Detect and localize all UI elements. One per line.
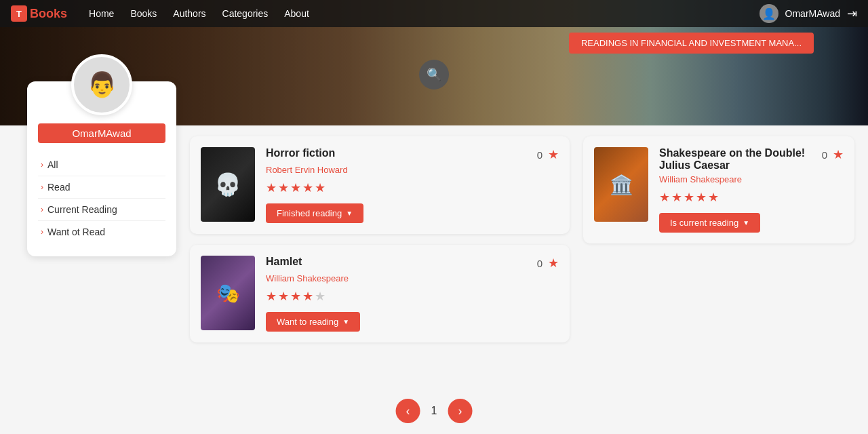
book-header: Hamlet 0 ★ <box>266 256 559 271</box>
want-to-reading-label: Want to reading <box>277 317 338 327</box>
nav-right: 👤 OmarMAwad ⇥ <box>760 4 857 23</box>
book-title: Shakespeare on the Double! Julius Caesar <box>659 147 822 172</box>
left-column: 💀 Horror fiction 0 ★ Robert Ervin Howard… <box>190 136 570 423</box>
book-card-julius-caesar: 🏛️ Shakespeare on the Double! Julius Cae… <box>583 136 854 243</box>
sidebar-item-current-reading[interactable]: › Current Reading <box>38 199 165 221</box>
star-1: ★ <box>266 289 277 304</box>
prev-page-button[interactable]: ‹ <box>396 399 420 423</box>
search-icon: 🔍 <box>427 67 441 82</box>
sidebar-avatar-wrap: 👨 <box>27 54 176 115</box>
book-stars: ★ ★ ★ ★ ★ <box>659 190 844 205</box>
book-author: Robert Ervin Howard <box>266 165 559 175</box>
star-5-empty: ★ <box>315 289 326 304</box>
brand-name: Books <box>30 7 67 21</box>
sidebar-item-label: All <box>47 159 58 170</box>
want-to-reading-button[interactable]: Want to reading ▼ <box>266 312 360 332</box>
horror-cover-icon: 💀 <box>214 172 241 197</box>
nav-authors[interactable]: Authors <box>173 8 205 19</box>
sidebar-item-label: Current Reading <box>47 204 117 215</box>
chevron-right-icon: › <box>458 404 462 418</box>
book-author: William Shakespeare <box>659 174 844 184</box>
dropdown-arrow-icon: ▼ <box>342 318 349 326</box>
book-header: Horror fiction 0 ★ <box>266 147 559 162</box>
hamlet-cover-icon: 🎭 <box>216 282 240 304</box>
star-2: ★ <box>278 289 289 304</box>
avatar: 👨 <box>71 54 132 115</box>
book-cover-hamlet: 🎭 <box>201 256 255 330</box>
book-cover-horror: 💀 <box>201 147 255 222</box>
star-4: ★ <box>302 289 313 304</box>
star-2: ★ <box>671 190 682 205</box>
star-4: ★ <box>696 190 707 205</box>
book-header: Shakespeare on the Double! Julius Caesar… <box>659 147 844 172</box>
book-card-hamlet: 🎭 Hamlet 0 ★ William Shakespeare ★ ★ ★ ★… <box>190 245 570 342</box>
logout-icon[interactable]: ⇥ <box>847 6 857 21</box>
book-info: Hamlet 0 ★ William Shakespeare ★ ★ ★ ★ ★… <box>266 256 559 332</box>
search-button[interactable]: 🔍 <box>419 60 449 90</box>
nav-home[interactable]: Home <box>89 8 114 19</box>
star-3: ★ <box>684 190 694 205</box>
nav-books[interactable]: Books <box>130 8 157 19</box>
nav-avatar: 👤 <box>760 4 778 23</box>
star-1: ★ <box>266 180 277 195</box>
favorite-icon[interactable]: ★ <box>548 147 559 162</box>
is-current-reading-button[interactable]: Is current reading ▼ <box>659 213 760 233</box>
sidebar-item-read[interactable]: › Read <box>38 176 165 199</box>
book-info: Shakespeare on the Double! Julius Caesar… <box>659 147 844 233</box>
nav-links: Home Books Authors Categories About <box>89 8 309 19</box>
right-column: 🏛️ Shakespeare on the Double! Julius Cae… <box>583 136 854 423</box>
star-4: ★ <box>302 180 313 195</box>
book-info: Horror fiction 0 ★ Robert Ervin Howard ★… <box>266 147 559 223</box>
finished-reading-label: Finished reading <box>277 208 342 218</box>
book-header-right: 0 ★ <box>537 256 559 271</box>
book-stars: ★ ★ ★ ★ ★ <box>266 180 559 195</box>
current-page: 1 <box>431 405 437 417</box>
book-title: Hamlet <box>266 256 302 268</box>
favorite-icon[interactable]: ★ <box>548 256 559 271</box>
dropdown-arrow-icon: ▼ <box>743 219 749 226</box>
chevron-icon: › <box>41 227 43 237</box>
star-5: ★ <box>708 190 719 205</box>
book-count: 0 <box>822 149 827 161</box>
chevron-icon: › <box>41 182 43 192</box>
pagination: ‹ 1 › <box>396 399 473 423</box>
sidebar: 👨 OmarMAwad › All › Read › Current Readi… <box>27 81 176 256</box>
sidebar-item-want-to-read[interactable]: › Want ot Read <box>38 221 165 243</box>
main-content: 💀 Horror fiction 0 ★ Robert Ervin Howard… <box>190 125 854 434</box>
book-count: 0 <box>537 149 542 161</box>
sidebar-item-label: Read <box>47 182 70 193</box>
star-5: ★ <box>315 180 326 195</box>
hero-cta-button[interactable]: READINGS IN FINANCIAL AND INVESTMENT MAN… <box>569 33 814 54</box>
book-cover-caesar: 🏛️ <box>594 147 648 222</box>
book-author: William Shakespeare <box>266 273 559 283</box>
book-header-right: 0 ★ <box>537 147 559 162</box>
is-current-reading-label: Is current reading <box>670 218 738 228</box>
sidebar-username: OmarMAwad <box>38 123 165 143</box>
star-1: ★ <box>659 190 670 205</box>
chevron-icon: › <box>41 160 43 170</box>
next-page-button[interactable]: › <box>448 399 472 423</box>
book-header-right: 0 ★ <box>822 147 844 162</box>
brand-icon: T <box>11 5 27 22</box>
navbar: T Books Home Books Authors Categories Ab… <box>0 0 868 27</box>
sidebar-menu: › All › Read › Current Reading › Want ot… <box>27 154 176 243</box>
sidebar-item-label: Want ot Read <box>47 226 105 237</box>
book-stars: ★ ★ ★ ★ ★ <box>266 289 559 304</box>
book-card-horror-fiction: 💀 Horror fiction 0 ★ Robert Ervin Howard… <box>190 136 570 234</box>
nav-categories[interactable]: Categories <box>222 8 269 19</box>
nav-username: OmarMAwad <box>785 8 840 19</box>
sidebar-item-all[interactable]: › All <box>38 154 165 176</box>
star-2: ★ <box>278 180 289 195</box>
star-3: ★ <box>290 180 301 195</box>
finished-reading-button[interactable]: Finished reading ▼ <box>266 203 363 223</box>
nav-about[interactable]: About <box>284 8 309 19</box>
book-title: Horror fiction <box>266 147 335 159</box>
dropdown-arrow-icon: ▼ <box>346 210 353 217</box>
star-3: ★ <box>290 289 301 304</box>
favorite-icon[interactable]: ★ <box>833 147 844 162</box>
chevron-left-icon: ‹ <box>406 404 410 418</box>
chevron-icon: › <box>41 205 43 214</box>
caesar-cover-icon: 🏛️ <box>610 174 633 196</box>
brand: T Books <box>11 5 67 22</box>
book-count: 0 <box>537 258 542 269</box>
